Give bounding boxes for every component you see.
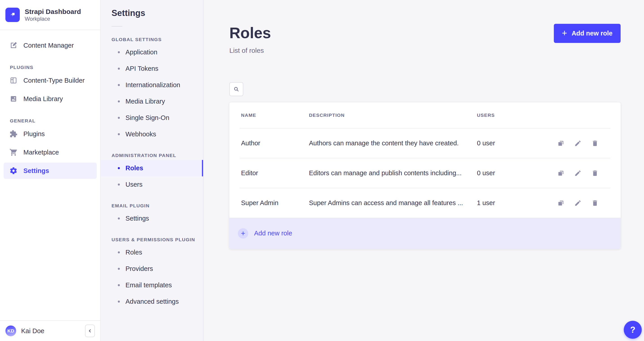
subnav-item-up-roles[interactable]: Roles bbox=[101, 244, 203, 261]
question-mark-icon: ? bbox=[630, 325, 635, 335]
subnav-item-api-tokens[interactable]: API Tokens bbox=[101, 60, 203, 77]
subnav-item-label: API Tokens bbox=[126, 65, 158, 72]
page-header: Roles List of roles + Add new role bbox=[229, 25, 620, 54]
role-name: Author bbox=[241, 139, 309, 147]
subnav-section-email-plugin: EMAIL PLUGIN bbox=[112, 203, 203, 208]
row-actions bbox=[543, 169, 599, 177]
plus-icon: + bbox=[241, 229, 245, 238]
subnav-section-administration-panel: ADMINISTRATION PANEL bbox=[112, 153, 203, 158]
subnav-item-label: Media Library bbox=[126, 98, 165, 105]
subnav-item-application[interactable]: Application bbox=[101, 44, 203, 60]
column-header-name: NAME bbox=[241, 113, 309, 118]
role-users: 0 user bbox=[477, 139, 543, 147]
sidebar-item-marketplace[interactable]: Marketplace bbox=[4, 144, 97, 160]
bullet-icon bbox=[118, 133, 120, 135]
sidebar-collapse-button[interactable] bbox=[85, 325, 95, 337]
sidebar-item-content-type-builder[interactable]: Content-Type Builder bbox=[4, 72, 97, 88]
duplicate-icon[interactable] bbox=[557, 169, 565, 177]
table-footer-add-new-role[interactable]: + Add new role bbox=[229, 218, 620, 249]
bullet-icon bbox=[118, 184, 120, 186]
plus-icon: + bbox=[562, 28, 567, 37]
subnav-item-providers[interactable]: Providers bbox=[101, 261, 203, 277]
bullet-icon bbox=[118, 100, 120, 102]
subnav-item-label: Roles bbox=[126, 164, 143, 172]
sidebar-item-media-library[interactable]: Media Library bbox=[4, 91, 97, 107]
delete-icon[interactable] bbox=[591, 199, 599, 207]
search-button[interactable] bbox=[229, 82, 243, 96]
gear-icon bbox=[10, 167, 18, 175]
help-button[interactable]: ? bbox=[624, 321, 642, 339]
main-content: Roles List of roles + Add new role NAME … bbox=[204, 0, 644, 341]
settings-subnav: Settings GLOBAL SETTINGS Application API… bbox=[101, 0, 204, 341]
app-title: Strapi Dashboard bbox=[25, 7, 81, 16]
subnav-item-label: Internationalization bbox=[126, 81, 180, 89]
app-subtitle: Workplace bbox=[25, 16, 81, 22]
page-title-block: Roles List of roles bbox=[229, 25, 271, 54]
subnav-section-users-permissions-plugin: USERS & PERMISSIONS PLUGIN bbox=[112, 237, 203, 242]
pen-icon bbox=[10, 41, 18, 49]
sidebar-item-settings[interactable]: Settings bbox=[4, 163, 97, 179]
bullet-icon bbox=[118, 51, 120, 53]
search-icon bbox=[233, 86, 240, 92]
cart-icon bbox=[10, 148, 18, 156]
table-row-author[interactable]: Author Authors can manage the content th… bbox=[229, 128, 620, 158]
delete-icon[interactable] bbox=[591, 139, 599, 147]
avatar[interactable]: KD bbox=[6, 326, 16, 336]
sidebar-item-plugins[interactable]: Plugins bbox=[4, 126, 97, 142]
sidebar-item-content-manager[interactable]: Content Manager bbox=[4, 37, 97, 53]
bullet-icon bbox=[118, 251, 120, 253]
subnav-item-label: Settings bbox=[126, 215, 149, 222]
puzzle-icon bbox=[10, 130, 18, 138]
role-description: Super Admins can access and manage all f… bbox=[309, 199, 477, 207]
column-header-users: USERS bbox=[477, 113, 543, 118]
column-header-description: DESCRIPTION bbox=[309, 113, 477, 118]
sidebar-nav: Content Manager PLUGINS Content-Type Bui… bbox=[0, 30, 100, 179]
layout-icon bbox=[10, 76, 18, 84]
plus-circle-icon: + bbox=[238, 228, 248, 239]
row-actions bbox=[543, 139, 599, 147]
subnav-section-global-settings: GLOBAL SETTINGS bbox=[112, 37, 203, 42]
sidebar-item-label: Content Manager bbox=[24, 42, 74, 49]
duplicate-icon[interactable] bbox=[557, 139, 565, 147]
sidebar-item-label: Marketplace bbox=[24, 149, 59, 156]
subnav-item-email-templates[interactable]: Email templates bbox=[101, 277, 203, 293]
edit-icon[interactable] bbox=[574, 139, 582, 147]
table-row-editor[interactable]: Editor Editors can manage and publish co… bbox=[229, 158, 620, 188]
role-description: Authors can manage the content they have… bbox=[309, 139, 477, 147]
subnav-item-media-library[interactable]: Media Library bbox=[101, 93, 203, 110]
sidebar-footer: KD Kai Doe bbox=[0, 320, 100, 341]
user-name: Kai Doe bbox=[21, 327, 44, 335]
add-new-role-button[interactable]: + Add new role bbox=[554, 24, 620, 43]
edit-icon[interactable] bbox=[574, 199, 582, 207]
subnav-item-email-settings[interactable]: Settings bbox=[101, 210, 203, 227]
page-title: Roles bbox=[229, 25, 271, 40]
sidebar-item-label: Content-Type Builder bbox=[24, 77, 84, 84]
subnav-item-label: Application bbox=[126, 48, 158, 56]
sidebar-section-plugins: PLUGINS bbox=[10, 65, 100, 70]
subnav-item-roles[interactable]: Roles bbox=[101, 160, 203, 176]
strapi-logo-icon bbox=[6, 8, 20, 22]
subnav-item-label: Users bbox=[126, 181, 142, 188]
bullet-icon bbox=[118, 217, 120, 220]
subnav-item-label: Providers bbox=[126, 265, 153, 273]
sidebar-item-label: Media Library bbox=[24, 95, 63, 103]
bullet-icon bbox=[118, 68, 120, 70]
role-name: Editor bbox=[241, 169, 309, 177]
edit-icon[interactable] bbox=[574, 169, 582, 177]
bullet-icon bbox=[118, 268, 120, 270]
subnav-item-users[interactable]: Users bbox=[101, 176, 203, 193]
subnav-item-advanced-settings[interactable]: Advanced settings bbox=[101, 293, 203, 310]
page-subtitle: List of roles bbox=[229, 47, 271, 54]
subnav-item-single-sign-on[interactable]: Single Sign-On bbox=[101, 110, 203, 126]
table-row-super-admin[interactable]: Super Admin Super Admins can access and … bbox=[229, 188, 620, 218]
duplicate-icon[interactable] bbox=[557, 199, 565, 207]
delete-icon[interactable] bbox=[591, 169, 599, 177]
subnav-item-internationalization[interactable]: Internationalization bbox=[101, 77, 203, 93]
subnav-item-webhooks[interactable]: Webhooks bbox=[101, 126, 203, 142]
sidebar-section-general: GENERAL bbox=[10, 118, 100, 124]
subnav-title: Settings bbox=[112, 8, 203, 18]
bullet-icon bbox=[118, 84, 120, 86]
roles-table-card: NAME DESCRIPTION USERS Author Authors ca… bbox=[229, 102, 620, 249]
subnav-divider bbox=[112, 26, 122, 26]
subnav-item-label: Advanced settings bbox=[126, 298, 179, 305]
